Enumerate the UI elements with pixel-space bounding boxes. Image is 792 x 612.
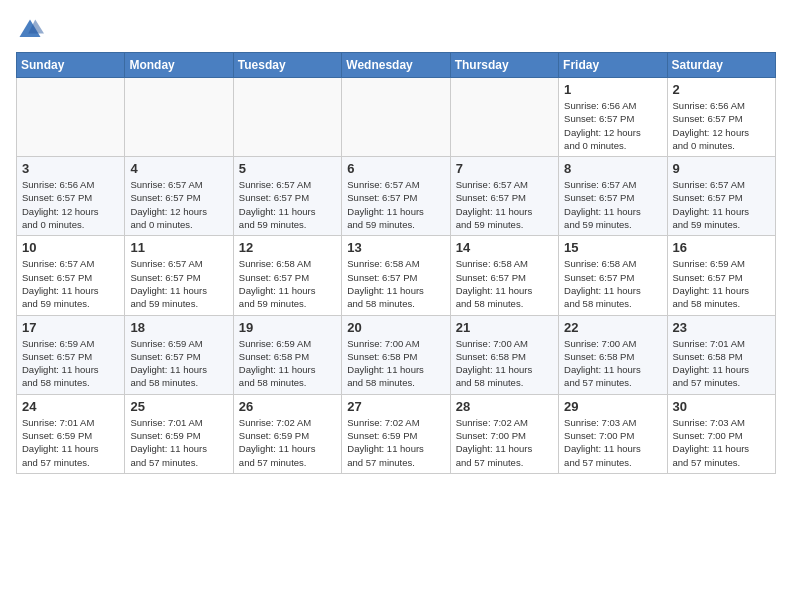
calendar-cell (233, 78, 341, 157)
day-number: 25 (130, 399, 227, 414)
calendar-cell: 3Sunrise: 6:56 AM Sunset: 6:57 PM Daylig… (17, 157, 125, 236)
calendar-cell (450, 78, 558, 157)
day-number: 22 (564, 320, 661, 335)
day-number: 29 (564, 399, 661, 414)
day-info: Sunrise: 6:58 AM Sunset: 6:57 PM Dayligh… (347, 257, 444, 310)
day-info: Sunrise: 7:02 AM Sunset: 6:59 PM Dayligh… (239, 416, 336, 469)
calendar-cell: 29Sunrise: 7:03 AM Sunset: 7:00 PM Dayli… (559, 394, 667, 473)
day-number: 12 (239, 240, 336, 255)
day-info: Sunrise: 6:56 AM Sunset: 6:57 PM Dayligh… (22, 178, 119, 231)
day-number: 30 (673, 399, 770, 414)
day-number: 16 (673, 240, 770, 255)
calendar-cell: 12Sunrise: 6:58 AM Sunset: 6:57 PM Dayli… (233, 236, 341, 315)
calendar-cell: 6Sunrise: 6:57 AM Sunset: 6:57 PM Daylig… (342, 157, 450, 236)
day-number: 20 (347, 320, 444, 335)
calendar-cell (125, 78, 233, 157)
day-info: Sunrise: 7:02 AM Sunset: 6:59 PM Dayligh… (347, 416, 444, 469)
calendar-cell: 2Sunrise: 6:56 AM Sunset: 6:57 PM Daylig… (667, 78, 775, 157)
day-number: 24 (22, 399, 119, 414)
day-number: 9 (673, 161, 770, 176)
day-number: 18 (130, 320, 227, 335)
calendar-cell: 22Sunrise: 7:00 AM Sunset: 6:58 PM Dayli… (559, 315, 667, 394)
day-info: Sunrise: 7:03 AM Sunset: 7:00 PM Dayligh… (673, 416, 770, 469)
calendar-cell: 15Sunrise: 6:58 AM Sunset: 6:57 PM Dayli… (559, 236, 667, 315)
calendar-week-row: 3Sunrise: 6:56 AM Sunset: 6:57 PM Daylig… (17, 157, 776, 236)
day-info: Sunrise: 7:01 AM Sunset: 6:58 PM Dayligh… (673, 337, 770, 390)
calendar-cell: 4Sunrise: 6:57 AM Sunset: 6:57 PM Daylig… (125, 157, 233, 236)
page-header (16, 16, 776, 44)
calendar-cell: 16Sunrise: 6:59 AM Sunset: 6:57 PM Dayli… (667, 236, 775, 315)
day-number: 23 (673, 320, 770, 335)
day-number: 14 (456, 240, 553, 255)
day-number: 7 (456, 161, 553, 176)
day-number: 10 (22, 240, 119, 255)
calendar-cell: 14Sunrise: 6:58 AM Sunset: 6:57 PM Dayli… (450, 236, 558, 315)
day-number: 26 (239, 399, 336, 414)
calendar-cell: 27Sunrise: 7:02 AM Sunset: 6:59 PM Dayli… (342, 394, 450, 473)
calendar-cell: 1Sunrise: 6:56 AM Sunset: 6:57 PM Daylig… (559, 78, 667, 157)
day-info: Sunrise: 6:56 AM Sunset: 6:57 PM Dayligh… (564, 99, 661, 152)
day-number: 21 (456, 320, 553, 335)
day-info: Sunrise: 7:00 AM Sunset: 6:58 PM Dayligh… (456, 337, 553, 390)
day-info: Sunrise: 6:58 AM Sunset: 6:57 PM Dayligh… (239, 257, 336, 310)
day-info: Sunrise: 7:01 AM Sunset: 6:59 PM Dayligh… (22, 416, 119, 469)
day-info: Sunrise: 6:58 AM Sunset: 6:57 PM Dayligh… (564, 257, 661, 310)
calendar-cell: 8Sunrise: 6:57 AM Sunset: 6:57 PM Daylig… (559, 157, 667, 236)
logo (16, 16, 48, 44)
weekday-header: Wednesday (342, 53, 450, 78)
day-info: Sunrise: 6:57 AM Sunset: 6:57 PM Dayligh… (456, 178, 553, 231)
calendar-cell: 25Sunrise: 7:01 AM Sunset: 6:59 PM Dayli… (125, 394, 233, 473)
day-number: 6 (347, 161, 444, 176)
calendar-cell (342, 78, 450, 157)
calendar-cell: 17Sunrise: 6:59 AM Sunset: 6:57 PM Dayli… (17, 315, 125, 394)
weekday-header: Tuesday (233, 53, 341, 78)
calendar-week-row: 24Sunrise: 7:01 AM Sunset: 6:59 PM Dayli… (17, 394, 776, 473)
day-info: Sunrise: 6:59 AM Sunset: 6:58 PM Dayligh… (239, 337, 336, 390)
calendar-cell: 10Sunrise: 6:57 AM Sunset: 6:57 PM Dayli… (17, 236, 125, 315)
logo-icon (16, 16, 44, 44)
calendar: SundayMondayTuesdayWednesdayThursdayFrid… (16, 52, 776, 474)
calendar-cell: 19Sunrise: 6:59 AM Sunset: 6:58 PM Dayli… (233, 315, 341, 394)
calendar-cell: 5Sunrise: 6:57 AM Sunset: 6:57 PM Daylig… (233, 157, 341, 236)
weekday-header: Monday (125, 53, 233, 78)
day-info: Sunrise: 6:58 AM Sunset: 6:57 PM Dayligh… (456, 257, 553, 310)
day-info: Sunrise: 6:57 AM Sunset: 6:57 PM Dayligh… (130, 257, 227, 310)
calendar-week-row: 10Sunrise: 6:57 AM Sunset: 6:57 PM Dayli… (17, 236, 776, 315)
calendar-cell (17, 78, 125, 157)
day-info: Sunrise: 6:57 AM Sunset: 6:57 PM Dayligh… (22, 257, 119, 310)
weekday-header: Saturday (667, 53, 775, 78)
day-number: 17 (22, 320, 119, 335)
calendar-cell: 20Sunrise: 7:00 AM Sunset: 6:58 PM Dayli… (342, 315, 450, 394)
weekday-header: Friday (559, 53, 667, 78)
calendar-cell: 23Sunrise: 7:01 AM Sunset: 6:58 PM Dayli… (667, 315, 775, 394)
calendar-cell: 24Sunrise: 7:01 AM Sunset: 6:59 PM Dayli… (17, 394, 125, 473)
day-info: Sunrise: 7:00 AM Sunset: 6:58 PM Dayligh… (564, 337, 661, 390)
calendar-cell: 13Sunrise: 6:58 AM Sunset: 6:57 PM Dayli… (342, 236, 450, 315)
day-info: Sunrise: 6:57 AM Sunset: 6:57 PM Dayligh… (347, 178, 444, 231)
calendar-cell: 28Sunrise: 7:02 AM Sunset: 7:00 PM Dayli… (450, 394, 558, 473)
weekday-header: Sunday (17, 53, 125, 78)
calendar-cell: 9Sunrise: 6:57 AM Sunset: 6:57 PM Daylig… (667, 157, 775, 236)
day-number: 15 (564, 240, 661, 255)
calendar-cell: 21Sunrise: 7:00 AM Sunset: 6:58 PM Dayli… (450, 315, 558, 394)
day-number: 3 (22, 161, 119, 176)
day-info: Sunrise: 7:00 AM Sunset: 6:58 PM Dayligh… (347, 337, 444, 390)
day-number: 2 (673, 82, 770, 97)
day-info: Sunrise: 6:59 AM Sunset: 6:57 PM Dayligh… (130, 337, 227, 390)
day-info: Sunrise: 6:59 AM Sunset: 6:57 PM Dayligh… (673, 257, 770, 310)
calendar-cell: 30Sunrise: 7:03 AM Sunset: 7:00 PM Dayli… (667, 394, 775, 473)
day-number: 11 (130, 240, 227, 255)
day-number: 4 (130, 161, 227, 176)
day-info: Sunrise: 7:03 AM Sunset: 7:00 PM Dayligh… (564, 416, 661, 469)
calendar-cell: 7Sunrise: 6:57 AM Sunset: 6:57 PM Daylig… (450, 157, 558, 236)
day-info: Sunrise: 6:59 AM Sunset: 6:57 PM Dayligh… (22, 337, 119, 390)
day-number: 1 (564, 82, 661, 97)
calendar-header-row: SundayMondayTuesdayWednesdayThursdayFrid… (17, 53, 776, 78)
day-info: Sunrise: 6:57 AM Sunset: 6:57 PM Dayligh… (673, 178, 770, 231)
day-number: 8 (564, 161, 661, 176)
day-number: 28 (456, 399, 553, 414)
day-info: Sunrise: 6:57 AM Sunset: 6:57 PM Dayligh… (564, 178, 661, 231)
day-number: 13 (347, 240, 444, 255)
calendar-cell: 18Sunrise: 6:59 AM Sunset: 6:57 PM Dayli… (125, 315, 233, 394)
day-info: Sunrise: 6:56 AM Sunset: 6:57 PM Dayligh… (673, 99, 770, 152)
